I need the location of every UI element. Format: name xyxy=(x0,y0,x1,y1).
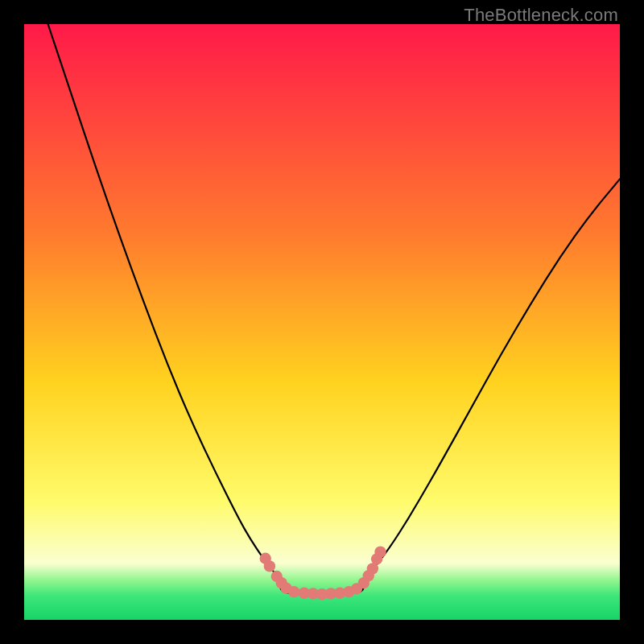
plot-area xyxy=(24,24,620,620)
data-marker xyxy=(288,586,299,597)
curve-right-branch xyxy=(364,179,620,579)
chart-frame: TheBottleneck.com xyxy=(0,0,644,644)
data-marker xyxy=(264,560,275,572)
marker-group xyxy=(260,546,386,600)
curve-left-branch xyxy=(48,24,281,580)
watermark-text: TheBottleneck.com xyxy=(464,5,618,26)
chart-svg xyxy=(24,24,620,620)
data-marker xyxy=(374,546,386,557)
